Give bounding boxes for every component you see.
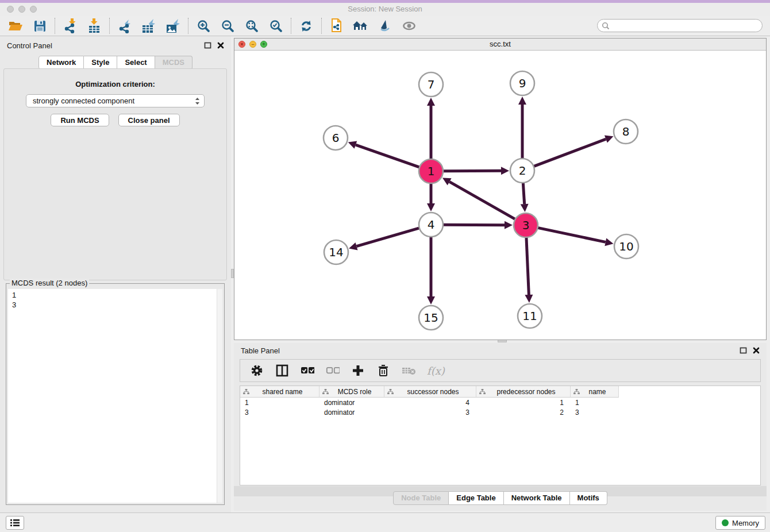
column-header-label: predecessor nodes [488,388,570,396]
float-panel-icon[interactable] [204,42,211,49]
search-field[interactable] [597,19,763,32]
tab-node-table[interactable]: Node Table [393,491,449,505]
mcds-result-scrollbar[interactable] [217,289,222,503]
graph-node-7[interactable]: 7 [419,72,443,97]
column-header-successor-nodes[interactable]: successor nodes [384,386,476,398]
create-column-button[interactable] [351,364,365,377]
network-minimize-button[interactable]: – [249,41,256,48]
criterion-dropdown[interactable]: strongly connected component [26,94,205,107]
export-table-button[interactable] [137,17,161,34]
network-window-titlebar[interactable]: × – + scc.txt [234,38,766,51]
column-header-predecessor-nodes[interactable]: predecessor nodes [476,386,571,398]
graph-node-11[interactable]: 11 [518,304,542,328]
tab-edge-table[interactable]: Edge Table [449,491,503,505]
checked-boxes-icon [301,367,314,375]
network-canvas[interactable]: 7968124314101511 [234,51,766,340]
edge-2-8[interactable] [534,139,606,167]
search-input[interactable] [610,21,762,31]
import-table-icon [87,18,101,33]
graph-node-2[interactable]: 2 [510,159,534,183]
column-sort-icon [573,389,580,395]
edge-3-1[interactable] [449,182,515,219]
tab-style[interactable]: Style [84,56,117,70]
show-hide-graphics-button[interactable] [397,17,421,34]
table-row[interactable]: 1dominator411 [240,398,760,407]
tab-network[interactable]: Network [38,56,84,70]
mcds-result-area[interactable]: 1 3 [8,289,222,503]
table-cell: 4 [384,399,476,407]
node-label: 1 [428,164,435,178]
column-header-shared-name[interactable]: shared name [240,386,319,398]
column-header-name[interactable]: name [571,386,619,398]
open-session-button[interactable] [3,17,28,34]
graph-node-1[interactable]: 1 [419,159,443,183]
graph-node-10[interactable]: 10 [614,234,638,259]
graph-node-15[interactable]: 15 [419,306,443,330]
import-network-button[interactable] [58,17,82,34]
tab-motifs[interactable]: Motifs [570,491,607,505]
export-network-button[interactable] [113,17,137,34]
deselect-all-columns-button[interactable] [326,364,340,377]
column-header-label: name [582,388,618,396]
node-label: 10 [619,240,633,253]
select-all-columns-button[interactable] [301,364,314,377]
home-icon [352,20,369,32]
network-maximize-button[interactable]: + [260,41,267,48]
graph-node-9[interactable]: 9 [510,71,534,95]
node-table[interactable]: shared nameMCDS rolesuccessor nodesprede… [240,385,761,485]
table-options-button[interactable] [250,364,264,377]
graph-node-14[interactable]: 14 [324,240,348,264]
save-session-button[interactable] [28,17,52,34]
edge-1-6[interactable] [356,145,419,167]
gear-icon [251,364,263,377]
refresh-layout-button[interactable] [294,17,318,34]
table-panel-tabs: Node TableEdge TableNetwork TableMotifs [234,491,767,505]
tab-network-table[interactable]: Network Table [504,491,570,505]
column-header-MCDS-role[interactable]: MCDS role [319,386,384,398]
home-button[interactable] [349,17,373,34]
edge-4-3[interactable] [443,225,505,225]
network-close-button[interactable]: × [238,41,245,48]
table-cell: 3 [384,408,476,417]
edge-2-3[interactable] [523,183,524,204]
zoom-fit-button[interactable] [240,17,264,34]
tab-mcds[interactable]: MCDS [155,56,192,70]
edge-3-10[interactable] [538,228,606,242]
graph-node-4[interactable]: 4 [419,213,443,237]
show-hide-style-button[interactable] [373,17,397,34]
optimization-criterion-label: Optimization criterion: [4,80,226,88]
toolbar-separator [321,18,322,34]
edge-arrowhead [605,238,613,246]
task-history-button[interactable] [6,516,24,530]
delete-column-button[interactable] [376,364,390,377]
zoom-out-button[interactable] [215,17,240,34]
show-columns-button[interactable] [275,364,289,377]
close-panel-icon[interactable] [753,347,760,354]
function-builder-button[interactable]: f(x) [427,365,445,377]
graph-node-6[interactable]: 6 [324,126,348,150]
memory-label: Memory [732,519,759,527]
clone-network-button[interactable] [325,17,349,34]
close-panel-button[interactable]: Close panel [118,114,180,126]
edge-arrowhead [427,296,435,304]
graph-node-8[interactable]: 8 [614,119,638,144]
table-body: 1dominator4113dominator323 [240,398,760,417]
list-icon [10,519,20,527]
edge-4-14[interactable] [357,228,419,246]
table-row[interactable]: 3dominator323 [240,407,760,417]
node-label: 7 [428,78,435,91]
zoom-selected-button[interactable] [264,17,288,34]
memory-button[interactable]: Memory [715,516,765,530]
zoom-in-button[interactable] [191,17,215,34]
graph-node-3[interactable]: 3 [514,213,538,237]
export-image-button[interactable] [161,17,185,34]
close-panel-icon[interactable] [217,42,224,49]
edge-1-2[interactable] [443,171,501,171]
import-table-button[interactable] [82,17,106,34]
run-mcds-button[interactable]: Run MCDS [51,114,109,126]
float-panel-icon[interactable] [740,347,747,354]
edge-3-11[interactable] [526,237,529,295]
delete-table-button[interactable] [402,364,415,377]
mcds-tab-content: Optimization criterion: strongly connect… [3,68,227,280]
tab-select[interactable]: Select [117,56,155,70]
